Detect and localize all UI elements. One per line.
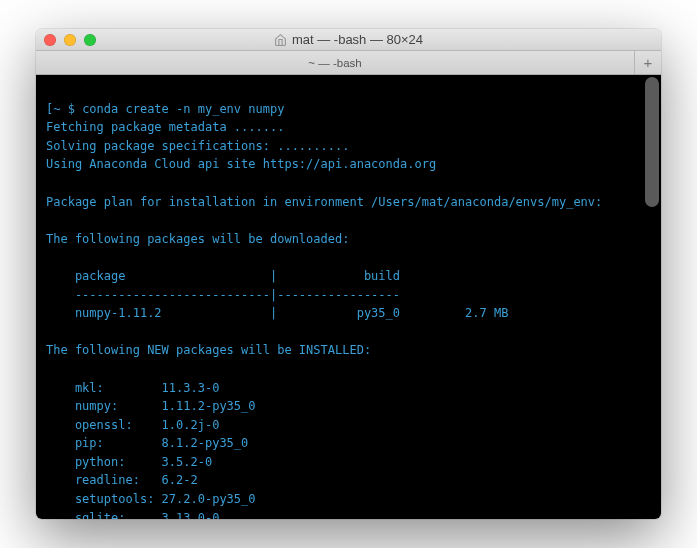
minimize-icon[interactable] <box>64 34 76 46</box>
titlebar: mat — -bash — 80×24 <box>36 29 661 51</box>
list-item: setuptools: 27.2.0-py35_0 <box>46 492 256 506</box>
table-sep: ---------------------------|------------… <box>46 288 400 302</box>
list-item: openssl: 1.0.2j-0 <box>46 418 219 432</box>
command: conda create -n my_env numpy <box>82 102 284 116</box>
list-item: numpy: 1.11.2-py35_0 <box>46 399 256 413</box>
output-line: The following packages will be downloade… <box>46 232 349 246</box>
list-item: readline: 6.2-2 <box>46 473 198 487</box>
output-line: Solving package specifications: ........… <box>46 139 349 153</box>
table-row: numpy-1.11.2 | py35_0 2.7 MB <box>46 306 508 320</box>
window-title-text: mat — -bash — 80×24 <box>292 32 423 47</box>
tab-label: ~ — -bash <box>308 57 361 69</box>
traffic-lights <box>36 34 96 46</box>
output-line: The following NEW packages will be INSTA… <box>46 343 371 357</box>
table-header: package | build <box>46 269 400 283</box>
list-item: sqlite: 3.13.0-0 <box>46 511 219 519</box>
list-item: python: 3.5.2-0 <box>46 455 212 469</box>
window-title: mat — -bash — 80×24 <box>36 32 661 47</box>
tab-bar: ~ — -bash + <box>36 51 661 75</box>
terminal-window: mat — -bash — 80×24 ~ — -bash + [~ $ con… <box>36 29 661 519</box>
output-line: Fetching package metadata ....... <box>46 120 284 134</box>
output-line: Using Anaconda Cloud api site https://ap… <box>46 157 436 171</box>
scrollbar-thumb[interactable] <box>645 77 659 207</box>
close-icon[interactable] <box>44 34 56 46</box>
tab-bash[interactable]: ~ — -bash <box>36 51 635 74</box>
new-tab-button[interactable]: + <box>635 51 661 74</box>
prompt: [~ $ <box>46 102 82 116</box>
list-item: pip: 8.1.2-py35_0 <box>46 436 248 450</box>
output-line: Package plan for installation in environ… <box>46 195 602 209</box>
terminal-content[interactable]: [~ $ conda create -n my_env numpy Fetchi… <box>36 75 661 519</box>
plus-icon: + <box>644 54 653 71</box>
home-icon <box>274 33 287 46</box>
list-item: mkl: 11.3.3-0 <box>46 381 219 395</box>
zoom-icon[interactable] <box>84 34 96 46</box>
